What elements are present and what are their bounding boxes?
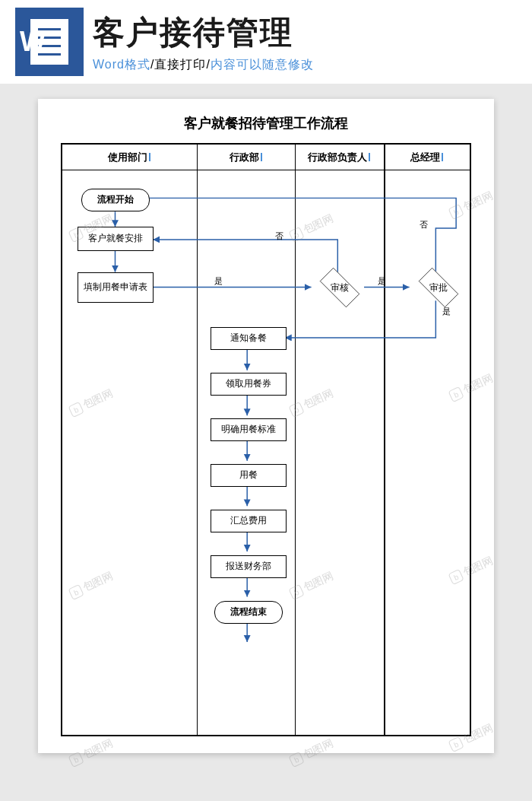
swimlane-grid: 使用部门 行政部 行政部负责人 总经理 bbox=[61, 143, 471, 736]
flow-label: 是 bbox=[214, 275, 223, 287]
decision-node: 审核 bbox=[313, 274, 366, 301]
flow-label: 否 bbox=[420, 219, 428, 230]
process-node: 报送财务部 bbox=[211, 555, 287, 578]
col-header: 使用部门 bbox=[62, 145, 197, 170]
header-banner: W 客户接待管理 Word格式/直接打印/内容可以随意修改 bbox=[0, 0, 532, 84]
flow-label: 否 bbox=[275, 230, 283, 242]
process-node: 客户就餐安排 bbox=[78, 227, 154, 251]
document-page: 客户就餐招待管理工作流程 使用部门 行政部 行政部负责人 总经理 bbox=[38, 99, 494, 753]
process-node: 领取用餐券 bbox=[211, 373, 287, 396]
col-header: 行政部 bbox=[197, 145, 295, 170]
start-node: 流程开始 bbox=[81, 189, 150, 211]
col-header: 总经理 bbox=[384, 145, 470, 170]
process-node: 用餐 bbox=[211, 464, 287, 487]
process-node: 通知备餐 bbox=[211, 327, 287, 350]
header-subtitle: Word格式/直接打印/内容可以随意修改 bbox=[93, 57, 517, 73]
flow-label: 是 bbox=[442, 306, 451, 317]
col-header: 行政部负责人 bbox=[295, 145, 385, 170]
flow-label: 是 bbox=[378, 275, 386, 287]
end-node: 流程结束 bbox=[214, 601, 283, 624]
word-icon: W bbox=[15, 8, 84, 76]
header-title: 客户接待管理 bbox=[93, 11, 517, 54]
process-node: 填制用餐申请表 bbox=[78, 272, 154, 303]
decision-node: 审批 bbox=[412, 274, 465, 301]
process-node: 明确用餐标准 bbox=[211, 418, 287, 441]
document-title: 客户就餐招待管理工作流程 bbox=[61, 114, 471, 132]
process-node: 汇总费用 bbox=[211, 510, 287, 532]
